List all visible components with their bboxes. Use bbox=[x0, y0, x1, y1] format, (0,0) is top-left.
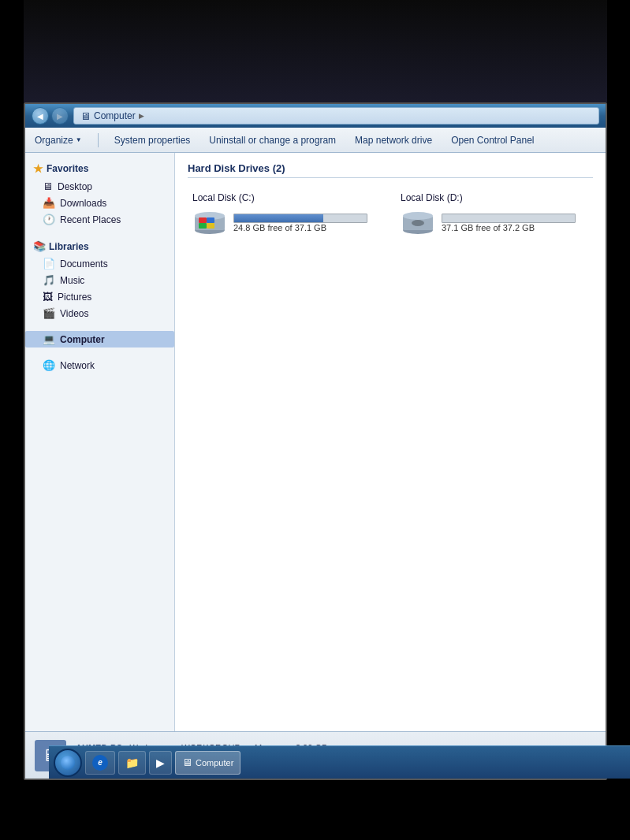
drive-c-free: 24.8 GB free of 37.1 GB bbox=[233, 223, 367, 232]
svg-rect-4 bbox=[207, 217, 214, 223]
taskbar-media-button[interactable]: ▶ bbox=[149, 751, 172, 775]
taskbar-computer-label: Computer bbox=[196, 758, 233, 768]
taskbar: e 📁 ▶ 🖥 Computer bbox=[49, 745, 630, 779]
taskbar-computer-icon: 🖥 bbox=[182, 756, 192, 768]
drive-d-bar-outer bbox=[442, 214, 576, 223]
breadcrumb-arrow: ▶ bbox=[139, 112, 144, 120]
sidebar-item-videos[interactable]: 🎬 Videos bbox=[25, 305, 174, 322]
system-properties-button[interactable]: System properties bbox=[111, 133, 194, 147]
drive-c-bar-fill bbox=[234, 214, 323, 222]
libraries-label: Libraries bbox=[49, 241, 89, 252]
music-label: Music bbox=[60, 275, 84, 286]
toolbar-divider-1 bbox=[98, 133, 99, 147]
svg-rect-6 bbox=[207, 223, 214, 229]
drive-d-bar-fill bbox=[442, 214, 446, 222]
forward-button[interactable]: ▶ bbox=[51, 107, 69, 125]
svg-point-9 bbox=[403, 212, 433, 220]
desktop-label: Desktop bbox=[58, 181, 92, 192]
section-title-text: Hard Disk Drives (2) bbox=[188, 162, 285, 174]
svg-point-10 bbox=[412, 220, 424, 226]
drive-d-icon bbox=[401, 208, 435, 237]
favorites-header: ★ Favorites bbox=[25, 159, 174, 178]
recent-places-label: Recent Places bbox=[60, 214, 121, 225]
organize-arrow: ▼ bbox=[76, 136, 82, 143]
sidebar: ★ Favorites 🖥 Desktop 📥 Downloads 🕐 Rece… bbox=[25, 153, 175, 731]
drive-d-name: Local Disk (D:) bbox=[401, 192, 463, 203]
documents-label: Documents bbox=[60, 258, 108, 269]
system-properties-label: System properties bbox=[114, 135, 191, 146]
sidebar-item-pictures[interactable]: 🖼 Pictures bbox=[25, 288, 174, 305]
libraries-header: 📚 Libraries bbox=[25, 237, 174, 255]
drive-d-free: 37.1 GB free of 37.2 GB bbox=[442, 223, 576, 232]
network-label: Network bbox=[60, 360, 95, 371]
recent-places-icon: 🕐 bbox=[43, 214, 55, 225]
window-body: ★ Favorites 🖥 Desktop 📥 Downloads 🕐 Rece… bbox=[25, 153, 606, 731]
sidebar-item-music[interactable]: 🎵 Music bbox=[25, 272, 174, 288]
sidebar-item-desktop[interactable]: 🖥 Desktop bbox=[25, 178, 174, 195]
documents-icon: 📄 bbox=[43, 258, 55, 269]
library-icon: 📚 bbox=[33, 240, 46, 252]
start-button[interactable] bbox=[54, 749, 82, 777]
uninstall-button[interactable]: Uninstall or change a program bbox=[206, 133, 339, 147]
control-panel-button[interactable]: Open Control Panel bbox=[448, 133, 537, 147]
drives-grid: Local Disk (C:) bbox=[188, 188, 593, 242]
star-icon: ★ bbox=[33, 162, 43, 175]
breadcrumb-bar[interactable]: 🖥 Computer ▶ bbox=[73, 107, 599, 125]
drive-c-bar-container: 24.8 GB free of 37.1 GB bbox=[233, 214, 367, 232]
drive-d-item[interactable]: Local Disk (D:) bbox=[396, 188, 580, 242]
section-title: Hard Disk Drives (2) bbox=[188, 162, 593, 178]
media-icon: ▶ bbox=[156, 756, 165, 769]
taskbar-explorer-button[interactable]: 📁 bbox=[118, 751, 146, 775]
svg-rect-5 bbox=[199, 223, 207, 229]
map-drive-button[interactable]: Map network drive bbox=[352, 133, 435, 147]
computer-label: Computer bbox=[60, 334, 105, 345]
sidebar-item-documents[interactable]: 📄 Documents bbox=[25, 255, 174, 272]
favorites-section: ★ Favorites 🖥 Desktop 📥 Downloads 🕐 Rece… bbox=[25, 159, 174, 228]
desktop-icon: 🖥 bbox=[43, 180, 53, 192]
sidebar-item-downloads[interactable]: 📥 Downloads bbox=[25, 195, 174, 211]
favorites-label: Favorites bbox=[47, 163, 88, 174]
videos-label: Videos bbox=[60, 308, 88, 319]
computer-sidebar-icon: 💻 bbox=[43, 333, 55, 345]
organize-label: Organize bbox=[35, 135, 73, 146]
nav-buttons: ◀ ▶ bbox=[32, 107, 69, 125]
sidebar-item-network[interactable]: 🌐 Network bbox=[25, 357, 174, 374]
breadcrumb-computer[interactable]: Computer bbox=[94, 110, 136, 121]
drive-c-item[interactable]: Local Disk (C:) bbox=[188, 188, 372, 242]
music-icon: 🎵 bbox=[43, 274, 55, 286]
computer-section: 💻 Computer bbox=[25, 331, 174, 348]
ie-icon: e bbox=[92, 755, 108, 771]
drive-c-name: Local Disk (C:) bbox=[192, 192, 255, 203]
svg-rect-3 bbox=[199, 217, 207, 223]
control-panel-label: Open Control Panel bbox=[451, 135, 534, 146]
taskbar-ie-button[interactable]: e bbox=[85, 751, 115, 775]
downloads-label: Downloads bbox=[60, 198, 106, 209]
drive-d-row: 37.1 GB free of 37.2 GB bbox=[401, 208, 576, 237]
organize-button[interactable]: Organize ▼ bbox=[32, 133, 85, 147]
toolbar: Organize ▼ System properties Uninstall o… bbox=[25, 128, 606, 153]
pictures-icon: 🖼 bbox=[43, 291, 53, 303]
drive-c-bar-outer bbox=[233, 214, 367, 223]
explorer-icon: 📁 bbox=[125, 756, 139, 769]
start-orb bbox=[61, 756, 75, 770]
pictures-label: Pictures bbox=[58, 292, 91, 303]
libraries-section: 📚 Libraries 📄 Documents 🎵 Music 🖼 Pictur… bbox=[25, 237, 174, 322]
sidebar-item-computer[interactable]: 💻 Computer bbox=[25, 331, 174, 348]
drive-d-bar-container: 37.1 GB free of 37.2 GB bbox=[442, 214, 576, 232]
network-section: 🌐 Network bbox=[25, 357, 174, 374]
computer-icon: 🖥 bbox=[80, 110, 91, 122]
map-drive-label: Map network drive bbox=[355, 135, 432, 146]
uninstall-label: Uninstall or change a program bbox=[209, 135, 336, 146]
drive-c-row: 24.8 GB free of 37.1 GB bbox=[192, 208, 367, 237]
videos-icon: 🎬 bbox=[43, 307, 55, 319]
drive-c-icon bbox=[192, 208, 227, 237]
network-icon: 🌐 bbox=[43, 359, 55, 371]
taskbar-computer-button[interactable]: 🖥 Computer bbox=[175, 751, 240, 775]
title-bar: ◀ ▶ 🖥 Computer ▶ bbox=[25, 104, 606, 128]
content-area: Hard Disk Drives (2) Local Disk (C:) bbox=[175, 153, 606, 731]
downloads-icon: 📥 bbox=[43, 197, 55, 209]
sidebar-item-recent-places[interactable]: 🕐 Recent Places bbox=[25, 211, 174, 228]
back-button[interactable]: ◀ bbox=[32, 107, 49, 125]
